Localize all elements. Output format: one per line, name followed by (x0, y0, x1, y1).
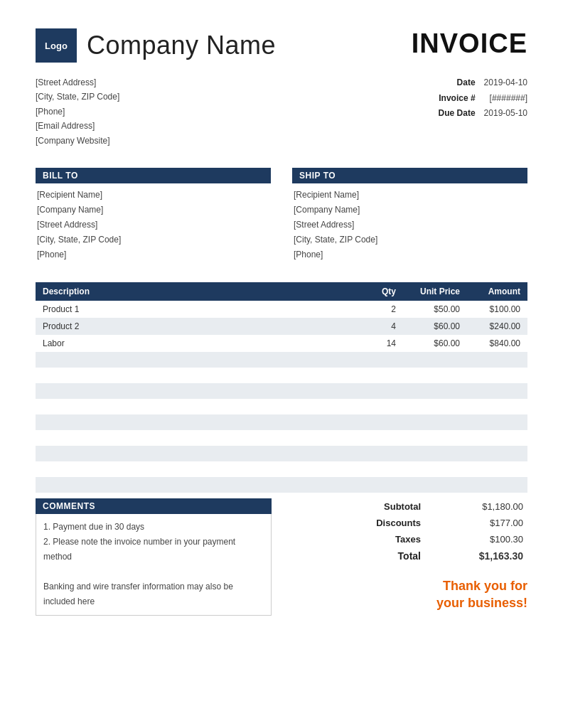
ship-to-city: [City, State, ZIP Code] (294, 232, 527, 247)
comment-line1: 1. Payment due in 30 days (43, 520, 264, 535)
ship-to-company: [Company Name] (294, 203, 527, 218)
table-row: Labor 14 $60.00 $840.00 (36, 335, 527, 352)
cell-amount (467, 446, 527, 461)
cell-description (36, 477, 360, 493)
due-date-value: 2019-05-10 (476, 106, 527, 122)
subtotal-value: $1,180.00 (431, 498, 527, 515)
col-qty: Qty (360, 282, 403, 301)
bill-to-city: [City, State, ZIP Code] (37, 232, 271, 247)
comment-line3 (43, 564, 264, 579)
discounts-row: Discounts $177.00 (331, 515, 527, 531)
table-row (36, 414, 527, 430)
cell-qty (360, 399, 403, 414)
ship-to-header: SHIP TO (292, 168, 527, 183)
col-description: Description (36, 282, 360, 301)
cell-description: Labor (36, 335, 360, 352)
cell-amount: $240.00 (467, 318, 527, 335)
cell-description (36, 446, 360, 461)
company-email: [Email Address] (36, 119, 119, 133)
cell-qty (360, 414, 403, 430)
cell-description (36, 368, 360, 383)
cell-unit-price (403, 368, 467, 383)
table-row (36, 430, 527, 446)
thank-you-message: Thank you for your business! (331, 577, 527, 612)
cell-unit-price: $50.00 (403, 301, 467, 318)
bill-to-info: [Recipient Name] [Company Name] [Street … (36, 188, 271, 262)
cell-description: Product 1 (36, 301, 360, 318)
comment-line4: Banking and wire transfer information ma… (43, 579, 264, 609)
ship-to-recipient: [Recipient Name] (294, 188, 527, 203)
company-website: [Company Website] (36, 134, 119, 148)
bill-to-header: BILL TO (36, 168, 271, 183)
cell-unit-price (403, 383, 467, 399)
taxes-label: Taxes (331, 531, 431, 547)
billing-section: BILL TO [Recipient Name] [Company Name] … (36, 168, 527, 262)
discounts-value: $177.00 (431, 515, 527, 531)
cell-amount (467, 461, 527, 477)
cell-amount (467, 383, 527, 399)
cell-amount (467, 430, 527, 446)
comments-box: COMMENTS 1. Payment due in 30 days 2. Pl… (36, 498, 272, 616)
cell-unit-price (403, 352, 467, 368)
company-branding: Logo Company Name (36, 28, 276, 63)
cell-description (36, 383, 360, 399)
subtotal-label: Subtotal (331, 498, 431, 515)
cell-amount (467, 368, 527, 383)
company-name: Company Name (87, 31, 276, 60)
cell-qty (360, 477, 403, 493)
thank-you-line2: your business! (331, 594, 527, 611)
cell-description (36, 352, 360, 368)
bill-to-company: [Company Name] (37, 203, 271, 218)
cell-qty: 14 (360, 335, 403, 352)
subtotal-row: Subtotal $1,180.00 (331, 498, 527, 515)
company-phone: [Phone] (36, 105, 119, 119)
items-table-wrapper: Description Qty Unit Price Amount Produc… (36, 282, 527, 493)
thank-you-line1: Thank you for (331, 577, 527, 594)
cell-unit-price (403, 446, 467, 461)
items-table: Description Qty Unit Price Amount Produc… (36, 282, 527, 493)
cell-unit-price (403, 399, 467, 414)
cell-amount: $840.00 (467, 335, 527, 352)
cell-description (36, 399, 360, 414)
cell-unit-price (403, 477, 467, 493)
cell-qty (360, 368, 403, 383)
cell-description (36, 461, 360, 477)
cell-qty: 4 (360, 318, 403, 335)
comments-body: 1. Payment due in 30 days 2. Please note… (36, 514, 272, 616)
cell-description: Product 2 (36, 318, 360, 335)
logo-label: Logo (45, 41, 68, 51)
total-label: Total (331, 547, 431, 564)
ship-to-phone: [Phone] (294, 247, 527, 262)
table-row: Product 1 2 $50.00 $100.00 (36, 301, 527, 318)
table-row (36, 461, 527, 477)
invoice-num-label: Invoice # (430, 91, 476, 107)
cell-description (36, 430, 360, 446)
table-row (36, 446, 527, 461)
logo-box: Logo (36, 28, 77, 63)
cell-unit-price (403, 430, 467, 446)
cell-qty: 2 (360, 301, 403, 318)
table-row (36, 399, 527, 414)
table-row (36, 368, 527, 383)
ship-to-box: SHIP TO [Recipient Name] [Company Name] … (292, 168, 527, 262)
invoice-num-value: [#######] (476, 91, 527, 107)
cell-amount (467, 352, 527, 368)
totals-section: Subtotal $1,180.00 Discounts $177.00 Tax… (331, 498, 527, 612)
due-date-label: Due Date (430, 106, 476, 122)
cell-qty (360, 383, 403, 399)
total-row: Total $1,163.30 (331, 547, 527, 564)
bottom-section: COMMENTS 1. Payment due in 30 days 2. Pl… (36, 493, 527, 616)
invoice-header: Logo Company Name INVOICE (36, 28, 527, 63)
col-unit-price: Unit Price (403, 282, 467, 301)
company-info: [Street Address] [City, State, ZIP Code]… (36, 75, 119, 148)
discounts-label: Discounts (331, 515, 431, 531)
taxes-value: $100.30 (431, 531, 527, 547)
invoice-meta: Date 2019-04-10 Invoice # [#######] Due … (430, 75, 527, 148)
date-value: 2019-04-10 (476, 75, 527, 91)
comments-header: COMMENTS (36, 498, 272, 514)
bill-to-phone: [Phone] (37, 247, 271, 262)
date-label: Date (430, 75, 476, 91)
cell-qty (360, 446, 403, 461)
cell-amount (467, 399, 527, 414)
cell-qty (360, 461, 403, 477)
